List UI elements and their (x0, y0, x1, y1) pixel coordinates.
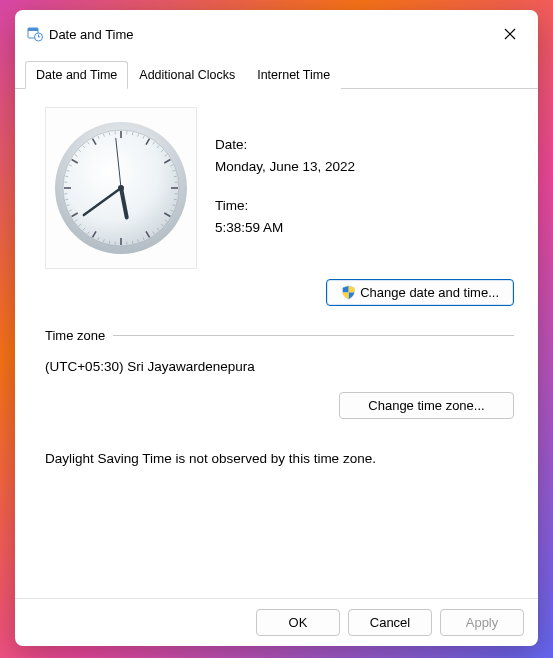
dst-note: Daylight Saving Time is not observed by … (45, 451, 514, 466)
analog-clock (45, 107, 197, 269)
timezone-value: (UTC+05:30) Sri Jayawardenepura (45, 359, 514, 374)
dialog-footer: OK Cancel Apply (15, 598, 538, 646)
time-value: 5:38:59 AM (215, 218, 355, 238)
timezone-section-label: Time zone (45, 328, 105, 343)
tab-content: Date: Monday, June 13, 2022 Time: 5:38:5… (15, 89, 538, 598)
timezone-section-header: Time zone (45, 328, 514, 343)
tab-additional-clocks[interactable]: Additional Clocks (128, 61, 246, 89)
uac-shield-icon (341, 285, 356, 300)
time-label: Time: (215, 196, 355, 216)
close-button[interactable] (494, 20, 526, 48)
close-icon (504, 28, 516, 40)
apply-button[interactable]: Apply (440, 609, 524, 636)
svg-rect-1 (28, 28, 38, 31)
change-date-time-button[interactable]: Change date and time... (326, 279, 514, 306)
date-time-readout: Date: Monday, June 13, 2022 Time: 5:38:5… (215, 107, 355, 256)
ok-button[interactable]: OK (256, 609, 340, 636)
calendar-clock-icon (27, 26, 43, 42)
tab-internet-time[interactable]: Internet Time (246, 61, 341, 89)
divider (113, 335, 514, 336)
change-timezone-button[interactable]: Change time zone... (339, 392, 514, 419)
tab-strip: Date and Time Additional Clocks Internet… (15, 54, 538, 89)
date-label: Date: (215, 135, 355, 155)
date-time-dialog: Date and Time Date and Time Additional C… (15, 10, 538, 646)
titlebar: Date and Time (15, 10, 538, 54)
cancel-button[interactable]: Cancel (348, 609, 432, 636)
change-timezone-label: Change time zone... (368, 398, 484, 413)
svg-point-72 (118, 185, 124, 191)
tab-date-and-time[interactable]: Date and Time (25, 61, 128, 89)
window-title: Date and Time (49, 27, 494, 42)
date-value: Monday, June 13, 2022 (215, 157, 355, 177)
change-date-time-label: Change date and time... (360, 285, 499, 300)
